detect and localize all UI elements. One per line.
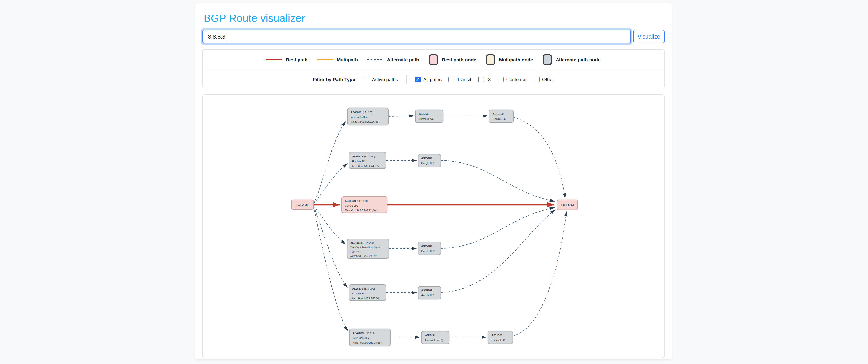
multipath-node-swatch bbox=[486, 54, 495, 65]
graph-node-as15169-best[interactable]: AS15169(LP: 300) Google LLC Next Hop: 18… bbox=[342, 197, 387, 213]
graph-node-as3356-path1[interactable]: AS3356 Lumen (Level 3) bbox=[415, 110, 443, 123]
legend-item-alternate-path: Alternate path bbox=[367, 57, 419, 63]
graph-node-as15169-path4[interactable]: AS15169 Google LLC bbox=[418, 242, 441, 255]
legend-item-alternate-path-node: Alternate path node bbox=[543, 54, 601, 65]
graph-node-router[interactable]: router1.dtc bbox=[291, 200, 313, 209]
app-card: BGP Route visualizer Visualize Best path… bbox=[195, 3, 672, 360]
filter-option-transit[interactable]: Transit bbox=[448, 76, 471, 82]
edge-as15169-destination-path5 bbox=[441, 210, 555, 292]
edge-router-as211588-path4 bbox=[313, 206, 346, 244]
graph-node-as211588-path4[interactable]: AS211588(LP: 200) Yvan Watchman trading … bbox=[347, 239, 389, 258]
graph-node-as15169-path1[interactable]: AS15169 Google LLC bbox=[489, 110, 513, 123]
svg-text:AS3356: AS3356 bbox=[425, 334, 435, 336]
svg-text:Google LLC: Google LLC bbox=[492, 339, 505, 341]
search-row: Visualize bbox=[202, 30, 664, 43]
svg-text:Xyphen IT: Xyphen IT bbox=[350, 250, 362, 253]
legend-panel: Best path Multipath Alternate path Best … bbox=[202, 49, 664, 88]
edge-router-as35133-path5 bbox=[313, 206, 348, 288]
svg-text:InterRacks B.V.: InterRacks B.V. bbox=[350, 115, 368, 119]
bgp-graph: router1.dtc AS42093(LP: 200) InterRacks … bbox=[203, 95, 664, 358]
filter-option-active-paths[interactable]: Active paths bbox=[364, 76, 398, 82]
edge-as15169-destination-path1 bbox=[513, 117, 565, 198]
best-path-line-swatch bbox=[266, 59, 282, 61]
graph-node-as42093-path6[interactable]: AS42093(LP: 200) InterRacks B.V. Next Ho… bbox=[349, 329, 390, 346]
filter-option-other[interactable]: Other bbox=[534, 76, 554, 82]
edge-as15169-destination-path4 bbox=[441, 208, 555, 249]
page-title: BGP Route visualizer bbox=[204, 12, 664, 24]
svg-text:Next Hop: 178.251.29.166: Next Hop: 178.251.29.166 bbox=[350, 121, 380, 123]
graph-node-as3356-path6[interactable]: AS3356 Lumen (Level 3) bbox=[422, 331, 449, 344]
svg-text:Google LLC: Google LLC bbox=[345, 204, 358, 207]
svg-text:router1.dtc: router1.dtc bbox=[296, 204, 309, 206]
multipath-line-swatch bbox=[317, 59, 333, 61]
best-path-node-swatch bbox=[429, 54, 438, 65]
graph-node-as15169-path5[interactable]: AS15169 Google LLC bbox=[418, 286, 441, 299]
graph-node-as35133-path5[interactable]: AS35133(LP: 200) Eranium B.V. Next Hop: … bbox=[349, 285, 386, 301]
svg-text:Eranium B.V.: Eranium B.V. bbox=[352, 160, 367, 163]
svg-text:Lumen (Level 3): Lumen (Level 3) bbox=[425, 339, 443, 341]
svg-text:AS15169: AS15169 bbox=[421, 289, 432, 292]
svg-text:Next Hop: 185.1.240.36: Next Hop: 185.1.240.36 bbox=[352, 297, 379, 300]
customer-checkbox[interactable] bbox=[498, 76, 503, 82]
svg-text:AS15169: AS15169 bbox=[492, 334, 502, 336]
filter-option-customer[interactable]: Customer bbox=[498, 76, 527, 82]
legend-row: Best path Multipath Alternate path Best … bbox=[203, 49, 664, 70]
visualize-button[interactable]: Visualize bbox=[633, 30, 664, 43]
svg-text:InterRacks B.V.: InterRacks B.V. bbox=[352, 336, 370, 339]
all-paths-checkbox[interactable] bbox=[415, 76, 421, 82]
transit-checkbox[interactable] bbox=[448, 76, 454, 82]
svg-text:Eranium B.V.: Eranium B.V. bbox=[352, 292, 367, 295]
alternate-path-line-swatch bbox=[367, 59, 383, 61]
filter-label: Filter by Path Type: bbox=[313, 77, 357, 82]
svg-text:AS15169: AS15169 bbox=[421, 245, 432, 247]
graph-node-as35133-path2[interactable]: AS35133(LP: 200) Eranium B.V. Next Hop: … bbox=[349, 152, 386, 169]
legend-item-multipath: Multipath bbox=[317, 57, 358, 63]
edge-as15169-destination-path6 bbox=[513, 211, 566, 336]
svg-text:Next Hop: 178.251.29.168: Next Hop: 178.251.29.168 bbox=[352, 341, 382, 344]
edge-as42093-as3356-path1 bbox=[388, 116, 414, 116]
filter-row: Filter by Path Type: Active paths All pa… bbox=[203, 70, 664, 88]
svg-text:Google LLC: Google LLC bbox=[421, 294, 435, 297]
svg-text:Google LLC: Google LLC bbox=[421, 250, 435, 253]
svg-text:Google LLC: Google LLC bbox=[493, 118, 506, 120]
svg-text:AS15169: AS15169 bbox=[493, 112, 503, 115]
svg-text:Next Hop: 185.1.240.84: Next Hop: 185.1.240.84 bbox=[350, 255, 377, 257]
alternate-path-node-swatch bbox=[543, 54, 552, 65]
svg-text:AS3356: AS3356 bbox=[419, 112, 429, 115]
edge-router-as42093-path6 bbox=[313, 207, 348, 331]
svg-text:Yvan Watchman trading as: Yvan Watchman trading as bbox=[350, 246, 380, 249]
legend-item-best-path-node: Best path node bbox=[429, 54, 476, 65]
other-checkbox[interactable] bbox=[534, 76, 540, 82]
active-paths-checkbox[interactable] bbox=[364, 76, 369, 82]
text-caret bbox=[226, 33, 226, 40]
filter-option-all-paths[interactable]: All paths bbox=[415, 76, 442, 82]
svg-text:Next Hop: 185.1.240.60 (best): Next Hop: 185.1.240.60 (best) bbox=[345, 209, 378, 212]
svg-text:Next Hop: 185.1.240.35: Next Hop: 185.1.240.35 bbox=[352, 165, 379, 167]
prefix-input-wrap bbox=[202, 30, 631, 43]
prefix-input[interactable] bbox=[202, 30, 631, 43]
graph-node-as42093-path1[interactable]: AS42093(LP: 200) InterRacks B.V. Next Ho… bbox=[347, 108, 388, 125]
filter-separator bbox=[406, 75, 407, 84]
graph-node-destination[interactable]: 8.8.8.0/24 bbox=[557, 200, 578, 210]
svg-text:8.8.8.0/24: 8.8.8.0/24 bbox=[561, 204, 574, 207]
svg-text:AS15169: AS15169 bbox=[421, 157, 432, 160]
svg-text:Lumen (Level 3): Lumen (Level 3) bbox=[419, 118, 437, 120]
edge-router-as42093-path1 bbox=[313, 121, 346, 203]
graph-canvas[interactable]: router1.dtc AS42093(LP: 200) InterRacks … bbox=[202, 94, 664, 358]
svg-text:AS211588(LP: 200): AS211588(LP: 200) bbox=[350, 241, 374, 244]
edge-as15169-destination-path2 bbox=[441, 160, 555, 201]
ix-checkbox[interactable] bbox=[478, 76, 484, 82]
filter-option-ix[interactable]: IX bbox=[478, 76, 491, 82]
legend-item-best-path: Best path bbox=[266, 57, 308, 63]
graph-node-as15169-path2[interactable]: AS15169 Google LLC bbox=[418, 154, 441, 167]
graph-node-as15169-path6[interactable]: AS15169 Google LLC bbox=[488, 331, 513, 344]
legend-item-multipath-node: Multipath node bbox=[486, 54, 533, 65]
svg-text:Google LLC: Google LLC bbox=[421, 162, 435, 165]
